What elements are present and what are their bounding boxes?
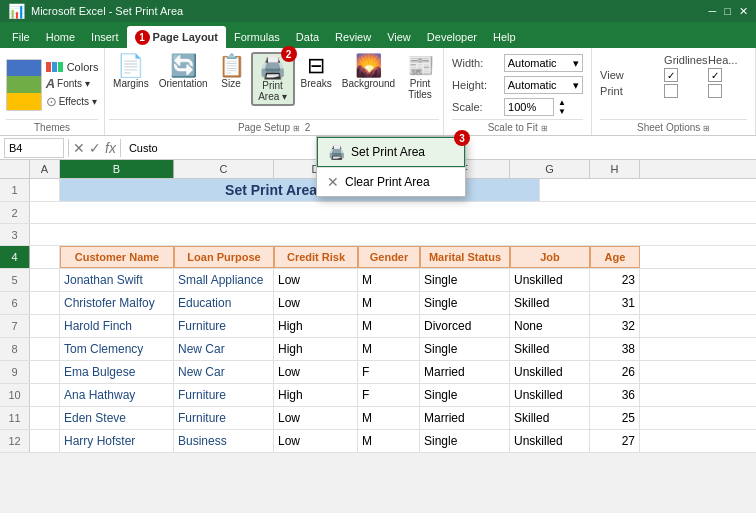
cell-name-5[interactable]: Jonathan Swift bbox=[60, 269, 174, 291]
headings-view-check[interactable]: ✓ bbox=[708, 68, 722, 82]
tab-help[interactable]: Help bbox=[485, 26, 524, 48]
cell-job-6[interactable]: Skilled bbox=[510, 292, 590, 314]
scale-input[interactable]: 100% bbox=[504, 98, 554, 116]
col-header-a[interactable]: A bbox=[30, 160, 60, 178]
cell-marital-5[interactable]: Single bbox=[420, 269, 510, 291]
size-button[interactable]: 📋 Size bbox=[214, 52, 249, 91]
cell-job-11[interactable]: Skilled bbox=[510, 407, 590, 429]
name-box[interactable]: B4 bbox=[4, 138, 64, 158]
cell-a10[interactable] bbox=[30, 384, 60, 406]
cell-job-12[interactable]: Unskilled bbox=[510, 430, 590, 452]
cell-age-8[interactable]: 38 bbox=[590, 338, 640, 360]
scale-down[interactable]: ▼ bbox=[558, 107, 566, 116]
margins-button[interactable]: 📄 Margins bbox=[109, 52, 153, 91]
cell-risk-7[interactable]: High bbox=[274, 315, 358, 337]
cell-loan-6[interactable]: Education bbox=[174, 292, 274, 314]
cell-loan-5[interactable]: Small Appliance bbox=[174, 269, 274, 291]
cell-gender-7[interactable]: M bbox=[358, 315, 420, 337]
cell-age-5[interactable]: 23 bbox=[590, 269, 640, 291]
cancel-formula-icon[interactable]: ✕ bbox=[73, 140, 85, 156]
cell-a8[interactable] bbox=[30, 338, 60, 360]
themes-button[interactable] bbox=[6, 59, 42, 111]
tab-data[interactable]: Data bbox=[288, 26, 327, 48]
cell-marital-7[interactable]: Divorced bbox=[420, 315, 510, 337]
cell-age-12[interactable]: 27 bbox=[590, 430, 640, 452]
col-header-g[interactable]: G bbox=[510, 160, 590, 178]
cell-marital-10[interactable]: Single bbox=[420, 384, 510, 406]
cell-marital-6[interactable]: Single bbox=[420, 292, 510, 314]
col-header-b[interactable]: B bbox=[60, 160, 174, 178]
cell-name-7[interactable]: Harold Finch bbox=[60, 315, 174, 337]
clear-print-area-item[interactable]: ✕ Clear Print Area bbox=[317, 167, 465, 196]
cell-age-9[interactable]: 26 bbox=[590, 361, 640, 383]
cell-marital-9[interactable]: Married bbox=[420, 361, 510, 383]
tab-formulas[interactable]: Formulas bbox=[226, 26, 288, 48]
minimize-button[interactable]: ─ bbox=[709, 5, 717, 18]
orientation-button[interactable]: 🔄 Orientation bbox=[155, 52, 212, 91]
cell-risk-11[interactable]: Low bbox=[274, 407, 358, 429]
width-select[interactable]: Automatic▾ bbox=[504, 54, 583, 72]
gridlines-print-check[interactable] bbox=[664, 84, 678, 98]
insert-function-icon[interactable]: fx bbox=[105, 140, 116, 156]
set-print-area-item[interactable]: 🖨️ Set Print Area 3 bbox=[317, 137, 465, 167]
fonts-button[interactable]: A Fonts ▾ bbox=[46, 76, 99, 91]
cell-name-6[interactable]: Christofer Malfoy bbox=[60, 292, 174, 314]
maximize-button[interactable]: □ bbox=[724, 5, 731, 18]
cell-loan-9[interactable]: New Car bbox=[174, 361, 274, 383]
cell-gender-5[interactable]: M bbox=[358, 269, 420, 291]
effects-button[interactable]: ⊙ Effects ▾ bbox=[46, 94, 99, 109]
cell-gender-11[interactable]: M bbox=[358, 407, 420, 429]
background-button[interactable]: 🌄 Background bbox=[338, 52, 399, 91]
cell-loan-12[interactable]: Business bbox=[174, 430, 274, 452]
cell-risk-8[interactable]: High bbox=[274, 338, 358, 360]
tab-review[interactable]: Review bbox=[327, 26, 379, 48]
cell-job-8[interactable]: Skilled bbox=[510, 338, 590, 360]
breaks-button[interactable]: ⊟ Breaks bbox=[297, 52, 336, 91]
cell-gender-8[interactable]: M bbox=[358, 338, 420, 360]
cell-a1[interactable] bbox=[30, 179, 60, 201]
colors-button[interactable]: Colors bbox=[46, 61, 99, 73]
cell-loan-11[interactable]: Furniture bbox=[174, 407, 274, 429]
cell-job-7[interactable]: None bbox=[510, 315, 590, 337]
cell-age-6[interactable]: 31 bbox=[590, 292, 640, 314]
cell-a5[interactable] bbox=[30, 269, 60, 291]
confirm-formula-icon[interactable]: ✓ bbox=[89, 140, 101, 156]
cell-name-11[interactable]: Eden Steve bbox=[60, 407, 174, 429]
cell-name-8[interactable]: Tom Clemency bbox=[60, 338, 174, 360]
tab-view[interactable]: View bbox=[379, 26, 419, 48]
cell-gender-6[interactable]: M bbox=[358, 292, 420, 314]
cell-loan-7[interactable]: Furniture bbox=[174, 315, 274, 337]
cell-gender-9[interactable]: F bbox=[358, 361, 420, 383]
cell-age-10[interactable]: 36 bbox=[590, 384, 640, 406]
cell-risk-5[interactable]: Low bbox=[274, 269, 358, 291]
cell-risk-6[interactable]: Low bbox=[274, 292, 358, 314]
height-select[interactable]: Automatic▾ bbox=[504, 76, 583, 94]
cell-loan-8[interactable]: New Car bbox=[174, 338, 274, 360]
gridlines-view-check[interactable]: ✓ bbox=[664, 68, 678, 82]
cell-gender-12[interactable]: M bbox=[358, 430, 420, 452]
print-titles-button[interactable]: 📰 Print Titles bbox=[401, 52, 439, 102]
cell-a6[interactable] bbox=[30, 292, 60, 314]
cell-a11[interactable] bbox=[30, 407, 60, 429]
tab-insert[interactable]: Insert bbox=[83, 26, 127, 48]
col-header-h[interactable]: H bbox=[590, 160, 640, 178]
cell-a7[interactable] bbox=[30, 315, 60, 337]
cell-marital-8[interactable]: Single bbox=[420, 338, 510, 360]
cell-gender-10[interactable]: F bbox=[358, 384, 420, 406]
print-area-button[interactable]: 2 🖨️ Print Area ▾ bbox=[251, 52, 295, 106]
cell-a4[interactable] bbox=[30, 246, 60, 268]
tab-file[interactable]: File bbox=[4, 26, 38, 48]
cell-name-12[interactable]: Harry Hofster bbox=[60, 430, 174, 452]
cell-a12[interactable] bbox=[30, 430, 60, 452]
tab-page-layout[interactable]: 1 Page Layout bbox=[127, 26, 226, 48]
cell-job-9[interactable]: Unskilled bbox=[510, 361, 590, 383]
headings-print-check[interactable] bbox=[708, 84, 722, 98]
close-button[interactable]: ✕ bbox=[739, 5, 748, 18]
cell-risk-12[interactable]: Low bbox=[274, 430, 358, 452]
cell-risk-10[interactable]: High bbox=[274, 384, 358, 406]
col-header-c[interactable]: C bbox=[174, 160, 274, 178]
cell-job-10[interactable]: Unskilled bbox=[510, 384, 590, 406]
cell-marital-12[interactable]: Single bbox=[420, 430, 510, 452]
cell-loan-10[interactable]: Furniture bbox=[174, 384, 274, 406]
cell-age-7[interactable]: 32 bbox=[590, 315, 640, 337]
